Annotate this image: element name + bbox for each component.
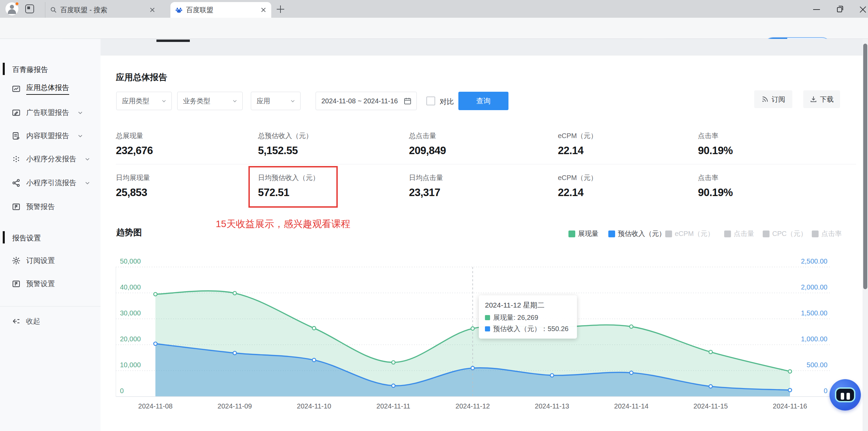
- legend-item-2[interactable]: 预估收入（元）: [608, 229, 666, 238]
- sidebar-item-alert-flag[interactable]: 预警设置: [0, 274, 101, 293]
- sidebar-item-alert-flag[interactable]: 预警报告: [0, 197, 101, 216]
- legend-item-3[interactable]: eCPM（元）: [665, 229, 714, 238]
- legend-label: 点击率: [821, 229, 842, 238]
- legend-label: 预估收入（元）: [618, 229, 666, 238]
- sidebar-item-label: 内容联盟报告: [26, 131, 69, 140]
- stat-label-r2c1: 日均展现量: [116, 173, 150, 182]
- new-tab-button[interactable]: [277, 5, 284, 13]
- legend-item-6[interactable]: 点击率: [812, 229, 842, 238]
- tooltip-row-2: 预估收入（元）：550.26: [485, 324, 571, 333]
- data-point[interactable]: [709, 350, 712, 354]
- business-type-dropdown[interactable]: 业务类型: [177, 92, 243, 110]
- data-point[interactable]: [630, 325, 633, 328]
- window-close-button[interactable]: [858, 5, 868, 13]
- report-overview-icon: [12, 84, 21, 93]
- stat-value-r2c5: 90.19%: [698, 187, 733, 199]
- section-marker: [3, 63, 5, 75]
- data-point[interactable]: [630, 371, 633, 374]
- collapse-label: 收起: [26, 316, 40, 326]
- data-point[interactable]: [550, 374, 554, 377]
- stat-value-r1c2: 5,152.55: [258, 145, 298, 157]
- data-point[interactable]: [471, 327, 474, 330]
- download-button[interactable]: 下载: [803, 90, 840, 108]
- legend-swatch: [608, 231, 615, 237]
- data-point[interactable]: [154, 293, 157, 296]
- stat-value-r1c5: 90.19%: [698, 145, 733, 157]
- right-axis-tick: 0: [770, 387, 827, 395]
- sidebar-item-report-content[interactable]: 内容联盟报告: [0, 126, 101, 145]
- data-point[interactable]: [471, 366, 474, 370]
- app-type-dropdown[interactable]: 应用类型: [116, 92, 172, 110]
- collapse-icon: [12, 317, 20, 326]
- chevron-down-icon: [232, 98, 238, 104]
- window-minimize-button[interactable]: [812, 5, 822, 13]
- sidebar-item-miniapp-share[interactable]: 小程序引流报告: [0, 173, 101, 192]
- legend-swatch: [812, 231, 819, 237]
- stat-label-r2c4: eCPM（元）: [558, 173, 597, 182]
- x-axis-label: 2024-11-08: [138, 402, 173, 410]
- left-axis-tick: 50,000: [120, 257, 141, 265]
- sidebar-item-label: 小程序引流报告: [26, 178, 76, 188]
- sidebar-item-label: 小程序分发报告: [26, 154, 76, 164]
- gear-icon: [12, 256, 21, 265]
- tab-close-icon[interactable]: [149, 7, 155, 13]
- scrollbar-thumb[interactable]: [863, 44, 867, 289]
- highlight-red-box: [248, 166, 338, 208]
- legend-item-1[interactable]: 展现量: [568, 229, 598, 238]
- compare-checkbox[interactable]: [426, 96, 435, 105]
- stat-value-r2c4: 22.14: [558, 187, 583, 199]
- data-point[interactable]: [788, 370, 792, 373]
- sidebar-collapse-button[interactable]: 收起: [0, 312, 101, 331]
- data-point[interactable]: [709, 385, 712, 388]
- window-restore-button[interactable]: [836, 5, 846, 13]
- trend-chart[interactable]: [112, 263, 835, 399]
- query-button[interactable]: 查询: [458, 92, 508, 110]
- data-point[interactable]: [392, 384, 395, 387]
- chevron-down-icon: [161, 98, 167, 104]
- stat-value-r1c3: 209,849: [409, 145, 446, 157]
- chevron-down-icon: [290, 98, 295, 104]
- browser-tab-search[interactable]: 百度联盟 - 搜索: [45, 2, 160, 18]
- sidebar-item-report-ad[interactable]: 广告联盟报告: [0, 103, 101, 122]
- tab-groups-icon[interactable]: [25, 4, 34, 13]
- subscribe-button[interactable]: 订阅: [754, 90, 792, 108]
- profile-avatar[interactable]: [5, 2, 18, 15]
- stat-label-r1c5: 点击率: [698, 131, 718, 140]
- data-point[interactable]: [233, 292, 237, 295]
- browser-tab-union[interactable]: 百度联盟: [170, 2, 271, 18]
- left-axis-tick: 10,000: [120, 361, 141, 369]
- app-dropdown[interactable]: 应用: [251, 92, 301, 110]
- red-annotation-text: 15天收益展示，感兴趣观看课程: [216, 218, 350, 231]
- browser-titlebar: 百度联盟 - 搜索 百度联盟: [0, 0, 868, 18]
- x-axis-label: 2024-11-13: [535, 402, 569, 410]
- chevron-down-icon: [85, 156, 90, 162]
- sidebar-item-gear[interactable]: 订阅设置: [0, 251, 101, 270]
- data-point[interactable]: [313, 326, 316, 330]
- sidebar-item-report-overview[interactable]: 应用总体报告: [0, 79, 101, 98]
- date-range-picker[interactable]: 2024-11-08 ~ 2024-11-16: [316, 92, 417, 110]
- data-point[interactable]: [233, 351, 237, 355]
- sidebar-item-label: 预警设置: [26, 279, 55, 288]
- sidebar-item-label: 应用总体报告: [26, 83, 69, 95]
- legend-item-5[interactable]: CPC（元）: [763, 229, 807, 238]
- chart-tooltip: 2024-11-12 星期二 展现量: 26,269预估收入（元）：550.26: [479, 295, 577, 339]
- chevron-down-icon: [77, 110, 83, 116]
- x-axis-label: 2024-11-10: [297, 402, 331, 410]
- data-point[interactable]: [313, 358, 316, 362]
- sidebar-item-label: 广告联盟报告: [26, 108, 69, 117]
- legend-item-4[interactable]: 点击量: [724, 229, 754, 238]
- dropdown-value: 应用: [257, 96, 270, 106]
- x-axis-label: 2024-11-15: [694, 402, 728, 410]
- tab-close-icon[interactable]: [260, 7, 267, 13]
- dropdown-value: 应用类型: [122, 96, 149, 106]
- sidebar-item-miniapp-dist[interactable]: 小程序分发报告: [0, 149, 101, 168]
- tooltip-swatch: [485, 315, 490, 320]
- stat-label-r2c5: 点击率: [698, 173, 718, 182]
- section-title-0: 百青藤报告: [12, 65, 48, 74]
- data-point[interactable]: [392, 361, 395, 364]
- data-point[interactable]: [154, 342, 157, 345]
- legend-label: 展现量: [578, 229, 598, 238]
- sidebar-divider: [0, 306, 101, 307]
- ai-assistant-button[interactable]: [829, 379, 861, 411]
- alert-flag-icon: [12, 279, 21, 288]
